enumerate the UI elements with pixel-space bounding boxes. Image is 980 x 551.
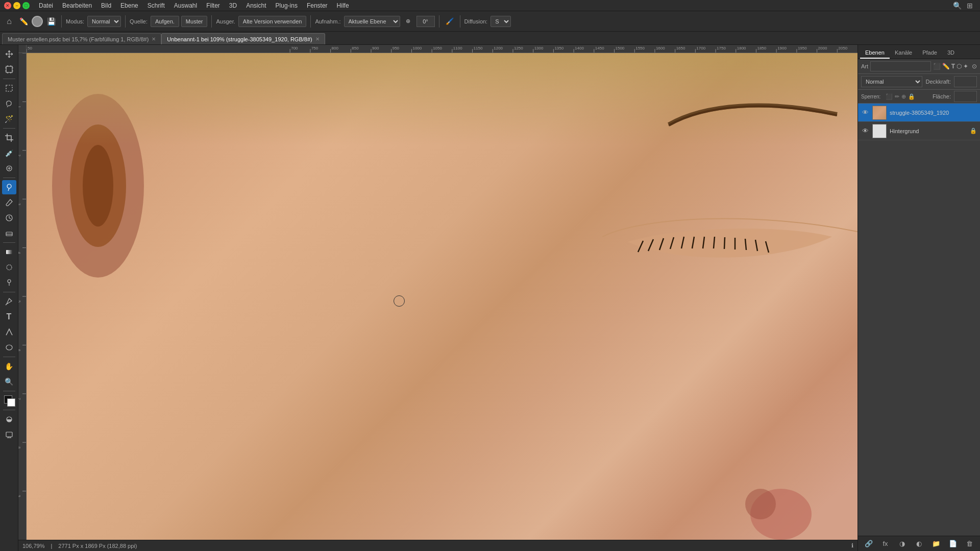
canvas-area[interactable] <box>27 53 857 540</box>
tab-ebenen[interactable]: Ebenen <box>860 47 890 59</box>
layers-search-input[interactable] <box>870 61 931 71</box>
layer-adjustment-icon[interactable]: ◐ <box>914 538 925 549</box>
text-tool[interactable]: T <box>2 310 16 324</box>
blend-mode-dropdown[interactable]: Normal Multiplizieren Überlagern <box>861 76 922 87</box>
separator-3 <box>211 15 212 28</box>
ruler-corner <box>18 45 27 53</box>
adj-filter-icon[interactable]: ✏️ <box>942 63 950 70</box>
pixel-filter-icon[interactable]: ⬛ <box>933 63 941 70</box>
text-filter-icon[interactable]: T <box>951 63 955 70</box>
document-tab-2[interactable]: Unbenannt-1 bei 109% (struggle-3805349_1… <box>161 33 325 44</box>
tab-3d[interactable]: 3D <box>942 47 960 59</box>
diffusion-dropdown[interactable]: S <box>491 16 511 27</box>
svg-rect-0 <box>6 66 12 72</box>
menu-item-filter[interactable]: Filter <box>202 1 224 10</box>
zoom-tool[interactable]: 🔍 <box>2 374 16 389</box>
svg-text:8: 8 <box>18 446 21 448</box>
home-icon[interactable]: ⌂ <box>3 15 15 28</box>
lock-artboard-icon[interactable]: ⊕ <box>901 93 906 100</box>
layer-visibility-layer1[interactable]: 👁 <box>861 109 869 117</box>
foreground-color[interactable] <box>2 393 16 408</box>
alte-version-button[interactable]: Alte Version verwenden <box>238 16 307 27</box>
opacity-input[interactable]: 100% <box>954 76 977 87</box>
crop-tool[interactable] <box>2 131 16 145</box>
tab2-close[interactable]: ✕ <box>315 36 320 42</box>
layer-mask-icon[interactable]: ◑ <box>897 538 908 549</box>
blur-tool[interactable] <box>2 260 16 274</box>
circle-tool-icon[interactable] <box>32 16 43 27</box>
menu-item-hilfe[interactable]: Hilfe <box>333 1 353 10</box>
layer-delete-icon[interactable]: 🗑 <box>964 538 975 549</box>
layer-name-layer1: struggle-3805349_1920 <box>890 110 977 116</box>
menu-item-plug-ins[interactable]: Plug-ins <box>272 1 302 10</box>
artboard-tool[interactable] <box>2 62 16 77</box>
window-min-btn[interactable]: − <box>13 2 20 9</box>
brush-icon[interactable]: ✏️ <box>17 15 30 28</box>
separator-2 <box>125 15 126 28</box>
angle-input[interactable] <box>416 16 435 27</box>
eyedropper-tool[interactable]: 💉 <box>2 146 16 160</box>
menu-item-bild[interactable]: Bild <box>97 1 115 10</box>
panel-tabs: Ebenen Kanäle Pfade 3D <box>858 45 980 59</box>
muster-button[interactable]: Muster <box>181 16 208 27</box>
quick-mask-tool[interactable] <box>2 412 16 427</box>
brush-tool-left[interactable] <box>2 195 16 210</box>
search-icon[interactable]: 🔍 <box>953 2 962 10</box>
heal-brush-tool[interactable] <box>2 180 16 194</box>
marquee-tool[interactable] <box>2 81 16 95</box>
aufnahm-dropdown[interactable]: Aktuelle Ebene <box>344 16 400 27</box>
layer-new-icon[interactable]: 📄 <box>947 538 959 549</box>
menu-item-schrift[interactable]: Schrift <box>143 1 169 10</box>
layer-item-layer1[interactable]: 👁struggle-3805349_1920 <box>858 104 980 122</box>
smart-filter-icon[interactable]: ✦ <box>963 63 968 70</box>
lock-position-icon[interactable]: ✏ <box>895 93 899 100</box>
layer-fx-icon[interactable]: fx <box>880 538 891 549</box>
gradient-tool[interactable] <box>2 245 16 259</box>
sample-icon[interactable]: ⊕ <box>402 15 414 28</box>
hand-tool[interactable]: ✋ <box>2 359 16 373</box>
spot-heal-tool[interactable] <box>2 161 16 176</box>
path-select-tool[interactable] <box>2 325 16 339</box>
layer-link-icon[interactable]: 🔗 <box>863 538 874 549</box>
tab-kanaele[interactable]: Kanäle <box>890 47 917 59</box>
blend-opacity-row: Normal Multiplizieren Überlagern Deckkra… <box>858 74 980 90</box>
window-max-btn[interactable]: □ <box>22 2 30 9</box>
menu-item-bearbeiten[interactable]: Bearbeiten <box>58 1 96 10</box>
menu-item-ebene[interactable]: Ebene <box>116 1 142 10</box>
shape-tool[interactable] <box>2 340 16 355</box>
window-close-btn[interactable]: ✕ <box>4 2 11 9</box>
document-tab-1[interactable]: Muster erstellen.psdc bei 15,7% (Farbfül… <box>2 33 161 44</box>
wand-tool[interactable]: 🪄 <box>2 112 16 126</box>
save-icon[interactable]: 💾 <box>45 15 57 28</box>
history-brush-tool[interactable] <box>2 211 16 225</box>
fill-label: Fläche: <box>933 93 951 99</box>
lasso-tool[interactable] <box>2 96 16 111</box>
layer-group-icon[interactable]: 📁 <box>930 538 942 549</box>
menu-item-auswahl[interactable]: Auswahl <box>170 1 201 10</box>
screen-mode-tool[interactable] <box>2 428 16 442</box>
menu-item-datei[interactable]: Datei <box>35 1 57 10</box>
brush-tool-icon[interactable]: 🖌️ <box>444 15 456 28</box>
aufgen-button[interactable]: Aufgen. <box>151 16 179 27</box>
svg-text:4: 4 <box>18 252 21 254</box>
dodge-tool[interactable] <box>2 276 16 290</box>
filter-toggle[interactable]: ⊙ <box>972 63 977 70</box>
lock-pixel-icon[interactable]: ⬛ <box>886 93 893 100</box>
svg-text:3: 3 <box>18 203 21 205</box>
lock-all-icon[interactable]: 🔒 <box>908 93 915 100</box>
layer-visibility-layer2[interactable]: 👁 <box>861 127 869 135</box>
separator-4 <box>310 15 311 28</box>
menu-item-fenster[interactable]: Fenster <box>303 1 332 10</box>
layer-item-layer2[interactable]: 👁Hintergrund🔒 <box>858 122 980 140</box>
tab1-close[interactable]: ✕ <box>152 36 156 42</box>
move-tool[interactable] <box>2 47 16 61</box>
eraser-tool[interactable] <box>2 226 16 240</box>
shape-filter-icon[interactable]: ⬡ <box>957 63 962 70</box>
tab-pfade[interactable]: Pfade <box>917 47 942 59</box>
fill-input[interactable]: 100% <box>954 91 977 102</box>
pen-tool[interactable] <box>2 294 16 309</box>
menu-item-ansicht[interactable]: Ansicht <box>242 1 270 10</box>
arrange-icon[interactable]: ⊞ <box>967 2 973 10</box>
menu-item-3d[interactable]: 3D <box>225 1 241 10</box>
mode-dropdown[interactable]: Normal <box>87 16 121 27</box>
